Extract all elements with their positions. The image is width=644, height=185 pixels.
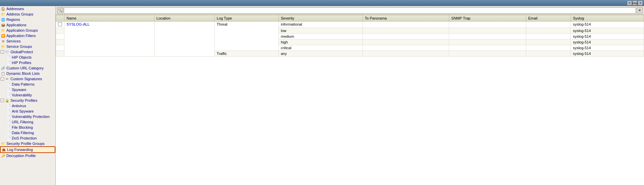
services-icon: ⚙ [1, 39, 5, 43]
row-location [154, 22, 215, 57]
row-traffic-severity: any [278, 51, 363, 57]
refresh-button[interactable]: ↻ [627, 1, 632, 5]
sidebar-item-dynamic-block-lists[interactable]: 📋 Dynamic Block Lists [0, 71, 55, 76]
applications-icon: 📦 [1, 23, 5, 27]
sidebar-item-address-groups[interactable]: 📁 Address Groups [0, 11, 55, 17]
table-row: SYSLOG-ALL Threat informational syslog-5… [56, 22, 644, 28]
content-area: 🔍 ✕ Name Location Log Type Severity T [56, 6, 644, 185]
sidebar-item-decryption-profile[interactable]: 🔑 Decryption Profile [0, 153, 55, 158]
row-checkbox-cell [56, 45, 64, 51]
sidebar-item-label: Address Groups [6, 12, 33, 16]
sidebar-item-application-filters[interactable]: 🔽 Application Filters [0, 33, 55, 38]
sidebar-item-globalprotect[interactable]: - 🛡 GlobalProtect [0, 49, 55, 55]
sidebar-item-security-profile-groups[interactable]: 📁 Security Profile Groups [0, 141, 55, 146]
row-snmp-trap [449, 34, 526, 39]
sidebar-item-label: Service Groups [6, 44, 32, 49]
main-area: 🏠 Addresses 📁 Address Groups 🌐 Regions 📦… [0, 6, 644, 185]
sidebar-item-url-filtering[interactable]: 📄 URL Filtering [0, 119, 55, 125]
col-email: Email [526, 15, 571, 22]
tree-toggle-globalprotect[interactable]: - [1, 50, 4, 54]
sidebar-item-custom-signatures[interactable]: - ✏ Custom Signatures [0, 76, 55, 82]
sidebar-item-application-groups[interactable]: 📁 Application Groups [0, 28, 55, 33]
tree-toggle-custom-signatures[interactable]: - [1, 77, 4, 81]
tree-toggle-security-profiles[interactable]: - [1, 99, 4, 102]
row-snmp-trap [449, 22, 526, 28]
col-name: Name [64, 15, 155, 22]
row-syslog: syslog-514 [571, 22, 644, 28]
sidebar-item-applications[interactable]: 📦 Applications [0, 22, 55, 28]
sidebar-item-vulnerability[interactable]: 📄 Vulnerability [0, 92, 55, 98]
service-groups-icon: 📁 [1, 44, 5, 49]
row-to-panorama [363, 39, 449, 45]
row-severity-critical: critical [278, 45, 363, 51]
search-input[interactable] [64, 7, 636, 13]
row-name[interactable]: SYSLOG-ALL [64, 22, 155, 57]
sidebar-item-services[interactable]: ⚙ Services [0, 38, 55, 44]
custom-url-icon: 🔗 [1, 66, 5, 70]
row-email [526, 34, 571, 39]
row-checkbox-cell [56, 22, 64, 28]
row-log-type: Threat [215, 22, 279, 51]
sidebar-item-label: DoS Protection [12, 136, 37, 140]
sidebar-item-label: HIP Objects [12, 55, 32, 59]
sidebar-item-label: Dynamic Block Lists [6, 71, 39, 75]
row-severity-low: low [278, 28, 363, 34]
top-bar: ↻ Help ✕ [0, 0, 644, 6]
sidebar-item-file-blocking[interactable]: 📄 File Blocking [0, 125, 55, 130]
toolbar: 🔍 ✕ [56, 6, 644, 15]
sidebar-item-label: Application Groups [6, 28, 38, 32]
row-snmp-trap [449, 39, 526, 45]
row-to-panorama [363, 45, 449, 51]
sidebar-item-hip-profiles[interactable]: 📄 HIP Profiles [0, 60, 55, 65]
row-syslog: syslog-514 [571, 39, 644, 45]
row-checkbox-cell [56, 34, 64, 39]
sidebar-item-label: Antivirus [12, 104, 26, 108]
sidebar-item-label: Log Forwarding [7, 148, 33, 152]
search-clear-button[interactable]: ✕ [637, 7, 643, 13]
sidebar-item-label: Vulnerability [12, 93, 32, 97]
help-button[interactable]: Help [633, 1, 637, 5]
sidebar-item-regions[interactable]: 🌐 Regions [0, 17, 55, 22]
sidebar-item-anti-spyware[interactable]: 📄 Anti Spyware [0, 109, 55, 114]
log-forwarding-table: Name Location Log Type Severity To Panor… [56, 15, 644, 57]
sidebar-item-label: HIP Profiles [12, 61, 31, 65]
row-email [526, 51, 571, 57]
sidebar-item-hip-objects[interactable]: 📄 HIP Objects [0, 55, 55, 60]
row-checkbox[interactable] [58, 22, 62, 26]
sidebar-item-vulnerability-protection[interactable]: 📄 Vulnerability Protection [0, 114, 55, 119]
sidebar-item-data-filtering[interactable]: 📄 Data Filtering [0, 130, 55, 135]
sidebar-item-spyware[interactable]: 📄 Spyware [0, 87, 55, 92]
sidebar-item-label: Application Filters [6, 34, 36, 38]
search-bar: 🔍 ✕ [57, 7, 643, 13]
hip-profiles-icon: 📄 [6, 60, 11, 65]
sidebar-item-label: URL Filtering [12, 120, 33, 124]
vulnerability-icon: 📄 [6, 93, 11, 97]
sidebar-item-security-profiles[interactable]: - 🔒 Security Profiles [0, 98, 55, 103]
sidebar-item-label: Security Profile Groups [6, 142, 45, 146]
sidebar-item-label: Applications [6, 23, 26, 27]
sidebar-item-label: Anti Spyware [12, 109, 34, 113]
search-button[interactable]: 🔍 [57, 7, 63, 13]
sidebar-item-service-groups[interactable]: 📁 Service Groups [0, 44, 55, 49]
sidebar-item-log-forwarding[interactable]: 📤 Log Forwarding [0, 146, 55, 153]
sidebar-item-label: Regions [6, 18, 20, 22]
sidebar-item-label: File Blocking [12, 125, 33, 129]
security-profiles-icon: 🔒 [5, 98, 9, 103]
col-severity: Severity [278, 15, 363, 22]
sidebar-item-label: Data Filtering [12, 131, 34, 135]
row-severity-medium: medium [278, 34, 363, 39]
row-traffic-log-type: Traffic [215, 51, 279, 57]
sidebar-item-dos-protection[interactable]: 📄 DoS Protection [0, 135, 55, 141]
sidebar-item-custom-url-category[interactable]: 🔗 Custom URL Category [0, 65, 55, 71]
sidebar-item-data-patterns[interactable]: 📄 Data Patterns [0, 82, 55, 87]
sidebar-item-label: Data Patterns [12, 82, 34, 86]
col-location: Location [154, 15, 215, 22]
custom-signatures-icon: ✏ [5, 76, 9, 81]
sidebar-item-antivirus[interactable]: 📄 Antivirus [0, 103, 55, 109]
antivirus-icon: 📄 [6, 103, 11, 108]
sidebar-item-addresses[interactable]: 🏠 Addresses [0, 6, 55, 11]
close-button[interactable]: ✕ [638, 1, 643, 5]
anti-spyware-icon: 📄 [6, 109, 11, 114]
hip-objects-icon: 📄 [6, 55, 11, 60]
sidebar-item-label: Spyware [12, 88, 26, 92]
